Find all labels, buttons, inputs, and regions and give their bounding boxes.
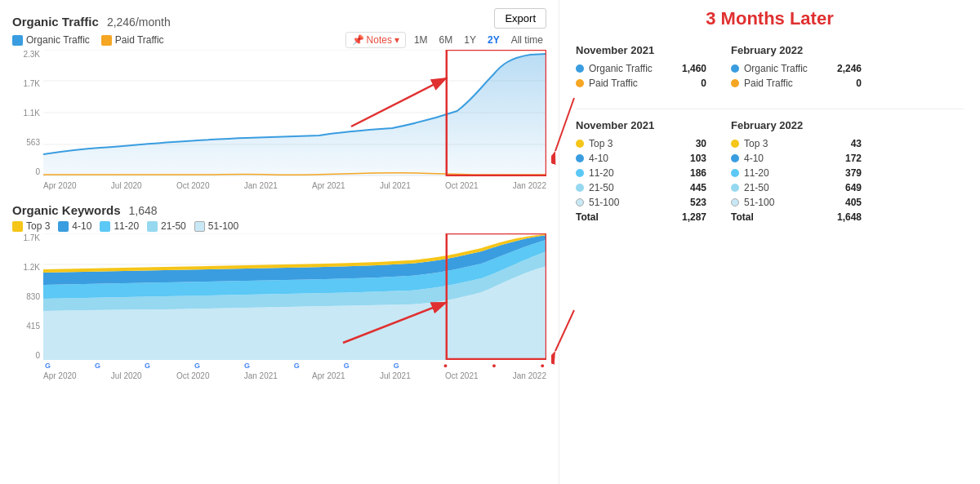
keywords-legend: Top 3 4-10 11-20 21-50 51-100 [12,220,546,232]
g-marker-7: G [344,362,350,370]
nov2021-traffic-block: November 2021 Organic Traffic 1,460 Paid… [576,44,706,92]
notes-chevron-icon: ▾ [394,34,399,46]
feb-11-20-dot [731,169,739,177]
y-axis-2.3k: 2.3K [23,50,40,59]
nov-51-100-label: 51-100 [589,197,677,208]
y-axis-563: 563 [26,138,40,147]
nov-paid-value: 0 [682,78,706,89]
x-jul2020: Jul 2020 [111,181,142,190]
paid-checkbox [101,35,112,46]
keywords-x-axis: Apr 2020 Jul 2020 Oct 2020 Jan 2021 Apr … [43,370,546,385]
x-jul2021: Jul 2021 [380,181,411,190]
time-2y[interactable]: 2Y [484,33,503,47]
keywords-section: Organic Keywords 1,648 Top 3 4-10 11-20 [12,203,546,385]
left-panel: Export Organic Traffic 2,246/month Organ… [0,0,559,484]
feb-top3-dot [731,140,739,148]
nov-top3-dot [576,140,584,148]
top3-legend: Top 3 [12,220,50,232]
feb2022-kw-period: February 2022 [731,119,862,131]
nov-total-label: Total [576,211,677,223]
feb-top3-label: Top 3 [744,138,832,149]
time-1m[interactable]: 1M [411,33,431,47]
time-6m[interactable]: 6M [436,33,457,47]
nov-top3-value: 30 [682,138,706,149]
nov2021-traffic-period: November 2021 [576,44,706,56]
feb-51-100-value: 405 [837,197,862,208]
nov-4-10-row: 4-10 103 [576,153,706,164]
kw-x-jan2021: Jan 2021 [244,371,278,380]
stats-divider [576,109,964,109]
feb-11-20-row: 11-20 379 [731,167,862,179]
feb-top3-row: Top 3 43 [731,138,862,149]
feb-paid-row: Paid Traffic 0 [731,78,862,89]
21-50-legend: 21-50 [147,220,186,232]
feb-4-10-dot [731,154,739,162]
kw-x-jan2022: Jan 2022 [513,371,546,380]
feb-11-20-label: 11-20 [744,167,832,179]
feb-total-value: 1,648 [837,211,862,223]
nov-11-20-value: 186 [682,167,706,179]
g-marker-4: G [194,362,200,370]
paid-traffic-legend: Paid Traffic [101,34,164,46]
nov-organic-label: Organic Traffic [589,63,677,74]
nov-4-10-value: 103 [682,153,706,164]
g-marker-1: G [45,362,51,370]
11-20-checkbox [100,221,110,232]
nov-21-50-row: 21-50 445 [576,182,706,193]
kw-x-oct2020: Oct 2020 [176,371,210,380]
y-axis-1.1k: 1.1K [23,109,40,118]
nov-21-50-label: 21-50 [589,182,677,193]
export-button[interactable]: Export [494,8,546,29]
nov2021-kw-block: November 2021 Top 3 30 4-10 103 11-20 18… [576,119,706,223]
keywords-title: Organic Keywords [12,203,121,217]
top3-checkbox [12,221,23,232]
feb-21-50-row: 21-50 649 [731,182,862,193]
x-apr2021: Apr 2021 [312,181,345,190]
organic-traffic-label: Organic Traffic [26,34,90,46]
nov-organic-row: Organic Traffic 1,460 [576,63,706,74]
nov-4-10-dot [576,154,584,162]
nov-paid-dot [576,79,584,87]
feb-21-50-dot [731,184,739,192]
feb-paid-label: Paid Traffic [744,78,832,89]
traffic-section: Organic Traffic 2,246/month Organic Traf… [12,15,546,195]
51-100-legend: 51-100 [194,220,238,232]
4-10-checkbox [58,221,69,232]
x-jan2021: Jan 2021 [244,181,278,190]
feb2022-kw-block: February 2022 Top 3 43 4-10 172 11-20 37… [731,119,862,223]
kw-x-jul2021: Jul 2021 [380,371,411,380]
notes-button[interactable]: 📌 Notes ▾ [345,32,406,48]
organic-traffic-legend: Organic Traffic [12,34,90,46]
feb2022-traffic-block: February 2022 Organic Traffic 2,246 Paid… [731,44,862,92]
notes-pin-icon: 📌 [352,34,364,46]
kw-x-apr2020: Apr 2020 [43,371,77,380]
g-marker-10: ● [492,362,496,370]
kw-y-415: 415 [26,322,40,331]
nov-51-100-dot [576,198,584,206]
g-marker-5: G [244,362,250,370]
g-marker-3: G [145,362,150,370]
feb-51-100-dot [731,198,739,206]
x-oct2020: Oct 2020 [176,181,210,190]
nov-total-row: Total 1,287 [576,211,706,223]
11-20-label: 11-20 [114,220,139,232]
keywords-value: 1,648 [129,204,158,217]
nov-21-50-value: 445 [682,182,706,193]
feb-paid-dot [731,79,739,87]
nov-total-value: 1,287 [682,211,706,223]
time-alltime[interactable]: All time [508,33,546,47]
nov-4-10-label: 4-10 [589,153,677,164]
4-10-label: 4-10 [72,220,91,232]
g-marker-8: G [394,362,399,370]
nov-paid-label: Paid Traffic [589,78,677,89]
feb-4-10-label: 4-10 [744,153,832,164]
nov-51-100-row: 51-100 523 [576,197,706,208]
time-1y[interactable]: 1Y [461,33,479,47]
feb2022-traffic-period: February 2022 [731,44,862,56]
feb-21-50-label: 21-50 [744,182,832,193]
4-10-legend: 4-10 [58,220,91,232]
x-oct2021: Oct 2021 [445,181,479,190]
nov2021-kw-period: November 2021 [576,119,706,131]
keywords-chart-wrapper: 1.7K 1.2K 830 415 0 [12,233,546,385]
feb-organic-dot [731,64,739,73]
